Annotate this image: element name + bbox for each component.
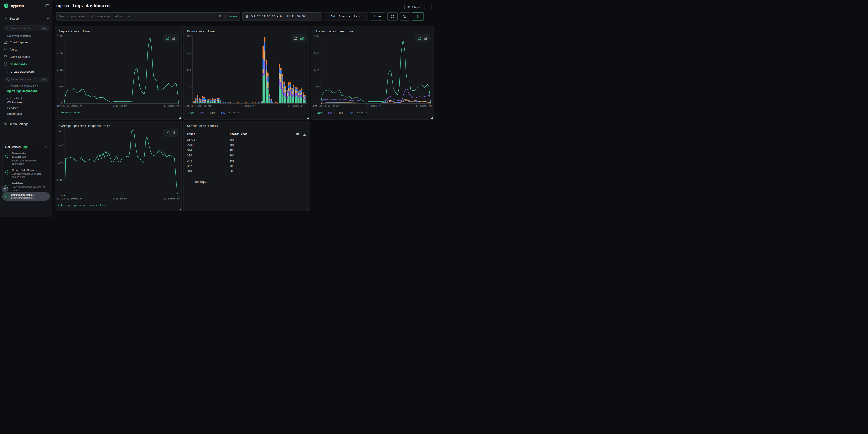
legend-label: 404 [349,111,353,114]
chevron-up-icon[interactable] [44,147,46,148]
run-query-button[interactable] [412,12,424,21]
legend-swatch: — [314,111,316,114]
main-content: nginx logs dashboard 0 Tags [52,0,434,217]
legend-item[interactable]: —200 [314,111,322,114]
dashboard-menu-button[interactable] [424,4,432,10]
resize-handle[interactable] [307,117,309,119]
requests-line-chart[interactable]: 08001.6K2.4K3.2K [56,34,180,104]
legend-item[interactable]: —500 [208,111,215,114]
sidebar-item-clickhouse[interactable]: ClickHouse [0,99,52,105]
svg-text:3.2K: 3.2K [57,35,63,38]
download-icon[interactable] [302,132,306,136]
avg-upstream-line-chart[interactable]: 00.350.71.11.4 [56,128,180,197]
saved-searches-input[interactable]: Saved Searches ⌘K [4,26,49,31]
get-started-item-title: Connect to ClickHouse [12,152,39,159]
sidebar-item-client-sessions[interactable]: Client Sessions [0,53,52,60]
sidebar-item-chart-explorer[interactable]: Chart Explorer [0,38,52,46]
get-started-title: Get Started [5,146,21,149]
column-header-count[interactable]: Count [187,132,227,136]
legend-label: 500 [210,111,215,114]
svg-text:140: 140 [187,68,191,71]
user-menu[interactable]: D dominic.tran@clic... dominic.tran@clic… [2,192,50,200]
saved-dashboards-group[interactable]: SAVED DASHBOARDS [0,83,52,88]
legend-label: Average upstream response time [61,204,106,207]
x-axis-tick-label: 10:30:00 AM [287,104,303,107]
resize-handle[interactable] [179,117,181,119]
table-row[interactable]: 344400 [187,148,306,153]
date-range-value: Oct 20 11:00:00 - Oct 21 11:00:00 [250,15,305,18]
legend-item[interactable]: —Request count [58,111,81,114]
sidebar-item-team-settings[interactable]: Team Settings [0,120,52,127]
refresh-button[interactable] [387,12,398,21]
sidebar-item-kubernetes[interactable]: Kubernetes [0,111,52,117]
legend-item[interactable]: —404 [346,111,354,114]
sidebar-item-services[interactable]: Services [0,105,52,111]
status-codes-line-chart[interactable]: 07001.4K2.1K2.8K [313,34,432,104]
get-started-item[interactable]: Connect to ClickHouse Set up your databa… [5,152,46,165]
sidebar-collapse-button[interactable] [45,4,49,8]
legend-swatch: — [325,111,327,114]
tags-button[interactable]: 0 Tags [404,4,422,10]
table-row[interactable]: 23798200 [187,137,306,142]
granularity-select[interactable]: Auto Granularity [324,12,368,21]
legend-item[interactable]: —502 [218,111,226,114]
sidebar-item-nginx-logs-dashboard[interactable]: nginx logs dashboard [0,88,52,94]
sidebar-item-dashboards[interactable]: Dashboards [0,60,52,68]
bar-chart-toggle-icon[interactable] [424,36,428,40]
column-header-status-code[interactable]: Status code [230,132,247,136]
line-chart-toggle-icon[interactable] [165,36,169,40]
table-row[interactable]: 294404 [187,153,306,158]
resize-handle[interactable] [307,208,309,210]
legend-item[interactable]: —304 [325,111,333,114]
saved-dashboards-input[interactable]: Saved Dashboards ⌘K [4,77,49,83]
bar-chart-toggle-icon[interactable] [300,36,304,40]
line-chart-toggle-icon[interactable] [294,36,298,40]
legend-item[interactable]: —Average upstream response time [58,204,106,207]
svg-text:1.6K: 1.6K [57,68,63,71]
get-started-badge: 3/3 [22,146,28,149]
event-search-input[interactable]: Search your events w/ Lucene ex. column:… [56,12,240,21]
filter-button[interactable] [400,12,410,21]
column-separator[interactable] [227,133,227,136]
svg-text:0.35: 0.35 [57,178,63,181]
wrap-lines-icon[interactable] [296,132,300,136]
table-row[interactable]: 340503 [187,168,306,174]
page-title: nginx logs dashboard [56,3,110,8]
chevron-down-icon [7,97,8,99]
resize-handle[interactable] [179,208,181,210]
lucene-toggle[interactable]: Lucene [228,15,237,18]
line-chart-toggle-icon[interactable] [417,36,422,40]
legend-item[interactable]: —400 [336,111,343,114]
legend-item[interactable]: —404 [197,111,205,114]
sidebar-section-search[interactable]: Search [0,14,52,23]
legend-more-link[interactable]: +1 more [228,111,239,114]
presets-group[interactable]: PRESETS [0,94,52,99]
user-name: dominic.tran@clic... [11,193,34,196]
panel-requests-over-time: Requests over time 08001.6K2.4K3.2K Oct … [55,26,182,120]
x-axis-tick-label: 11:00:00 AM [415,104,432,107]
help-button[interactable]: ? [2,186,8,192]
legend-more-link[interactable]: +3 more [357,111,367,114]
bar-chart-toggle-icon[interactable] [172,131,176,134]
get-started-item[interactable]: Create Data Sources Configure where your… [5,168,46,179]
sidebar-item-alerts[interactable]: Alerts [0,46,52,53]
legend-item[interactable]: —400 [186,111,194,114]
table-row[interactable]: 352502 [187,163,306,168]
line-chart-toggle-icon[interactable] [165,131,169,134]
legend-label: 400 [339,111,343,114]
get-started-item[interactable]: Add Data Start sending logs, metrics, or… [5,182,46,192]
errors-stacked-bar-chart[interactable]: 070140210280 [184,34,308,104]
table-row[interactable]: 2708304 [187,142,306,148]
bar-chart-toggle-icon[interactable] [172,36,176,40]
sql-toggle[interactable]: SQL [218,15,223,18]
svg-text:2.1K: 2.1K [314,52,319,54]
svg-text:0: 0 [318,101,319,104]
resize-handle[interactable] [431,117,433,119]
live-button[interactable]: Live [370,12,385,21]
legend-label: 304 [328,111,333,114]
create-dashboard-button[interactable]: + Create Dashboard [0,68,52,74]
table-row[interactable]: 344500 [187,158,306,163]
date-range-picker[interactable]: Oct 20 11:00:00 - Oct 21 11:00:00 [242,12,322,21]
create-dashboard-label: Create Dashboard [10,70,34,73]
legend-swatch: — [197,111,198,114]
